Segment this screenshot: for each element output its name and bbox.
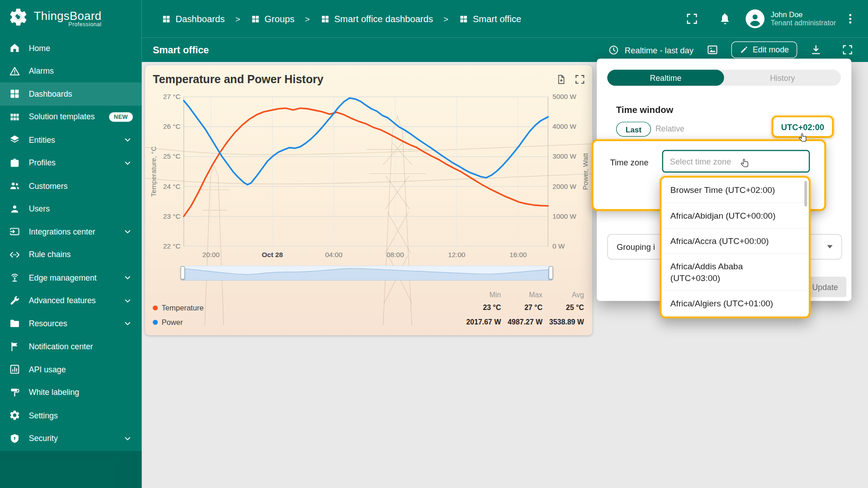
app-logo[interactable]: ThingsBoard Professional bbox=[0, 0, 142, 37]
slider-handle-left[interactable] bbox=[180, 266, 185, 279]
power-line bbox=[184, 98, 548, 185]
power-color-dot bbox=[153, 320, 158, 325]
axis-tick-label: 08:00 bbox=[376, 251, 415, 259]
chevron-down-icon bbox=[123, 158, 133, 168]
sidebar-item-edge-management[interactable]: Edge management bbox=[0, 266, 142, 289]
time-window-heading: Time window bbox=[616, 104, 673, 115]
dropdown-arrow-icon bbox=[827, 245, 832, 248]
timezone-option-addis-ababa[interactable]: Africa/Addis Ababa (UTC+03:00) bbox=[661, 254, 809, 291]
sidebar-item-dashboards[interactable]: Dashboards bbox=[0, 82, 142, 105]
sidebar-item-api-usage[interactable]: API usage bbox=[0, 358, 142, 381]
sidebar: ThingsBoard Professional Home Alarms Das… bbox=[0, 0, 142, 488]
timezone-search-input[interactable] bbox=[662, 150, 810, 173]
axis-tick-label: 23 °C bbox=[155, 212, 180, 220]
entities-icon bbox=[9, 134, 21, 146]
breadcrumb-groups[interactable]: Groups bbox=[250, 14, 294, 24]
temperature-line bbox=[184, 108, 548, 216]
axis-tick-label: 16:00 bbox=[499, 251, 538, 259]
timezone-button[interactable]: UTC+02:00 bbox=[772, 116, 834, 138]
chevron-down-icon bbox=[123, 226, 133, 237]
sidebar-item-entities[interactable]: Entities bbox=[0, 128, 142, 151]
resources-icon bbox=[9, 318, 21, 329]
sidebar-item-rule-chains[interactable]: Rule chains bbox=[0, 243, 142, 266]
timezone-option-browser-time[interactable]: Browser Time (UTC+02:00) bbox=[661, 178, 809, 203]
timezone-option-abidjan[interactable]: Africa/Abidjan (UTC+00:00) bbox=[661, 203, 809, 228]
power-min: 2017.67 W bbox=[457, 318, 501, 326]
user-name: John Doe bbox=[771, 10, 836, 19]
relative-toggle[interactable]: Relative bbox=[656, 125, 684, 134]
sidebar-item-profiles[interactable]: Profiles bbox=[0, 151, 142, 174]
download-icon[interactable] bbox=[810, 44, 822, 56]
kebab-menu-icon[interactable] bbox=[844, 12, 857, 25]
temperature-color-dot bbox=[153, 305, 158, 310]
dashboards-icon bbox=[250, 14, 260, 23]
axis-tick-label: 1000 W bbox=[552, 212, 581, 220]
users-icon bbox=[9, 203, 21, 215]
sidebar-item-solution-templates[interactable]: Solution templates NEW bbox=[0, 105, 142, 128]
rule-chains-icon bbox=[9, 249, 21, 261]
slider-preview-area bbox=[182, 268, 552, 281]
chevron-down-icon bbox=[123, 433, 133, 443]
axis-tick-label: 26 °C bbox=[155, 123, 180, 131]
line-chart-plot bbox=[184, 97, 548, 246]
expand-widget-icon[interactable] bbox=[574, 74, 586, 85]
edit-mode-button[interactable]: Edit mode bbox=[731, 42, 797, 58]
legend-item-power[interactable]: Power bbox=[153, 318, 183, 326]
sidebar-item-advanced-features[interactable]: Advanced features bbox=[0, 289, 142, 312]
slider-handle-right[interactable] bbox=[548, 266, 553, 279]
timezone-option-algiers[interactable]: Africa/Algiers (UTC+01:00) bbox=[661, 291, 809, 316]
sidebar-item-home[interactable]: Home bbox=[0, 37, 142, 60]
fullscreen-icon[interactable] bbox=[685, 12, 698, 25]
sidebar-item-security[interactable]: Security bbox=[0, 427, 142, 450]
breadcrumb-smart-office-dashboards[interactable]: Smart office dashboards bbox=[321, 14, 433, 24]
new-badge: NEW bbox=[109, 112, 133, 122]
sidebar-item-customers[interactable]: Customers bbox=[0, 174, 142, 197]
customers-icon bbox=[9, 180, 21, 192]
user-avatar[interactable] bbox=[746, 9, 765, 28]
legend-item-temperature[interactable]: Temperature bbox=[153, 304, 203, 312]
timezone-field-label: Time zone bbox=[610, 158, 648, 167]
chevron-down-icon bbox=[123, 272, 133, 283]
chevron-down-icon bbox=[123, 318, 133, 328]
brand-subtitle: Professional bbox=[68, 21, 101, 27]
sidebar-item-alarms[interactable]: Alarms bbox=[0, 60, 142, 83]
settings-icon bbox=[9, 409, 21, 421]
sidebar-item-white-labeling[interactable]: White labeling bbox=[0, 381, 142, 404]
legend-header-min: Min bbox=[457, 291, 501, 299]
temperature-min: 23 °C bbox=[457, 303, 501, 311]
temperature-power-widget: Temperature and Power History Temperatur… bbox=[145, 65, 592, 335]
image-gallery-icon[interactable] bbox=[706, 44, 718, 56]
dashboards-icon bbox=[162, 14, 171, 23]
timewindow-button[interactable]: Realtime - last day bbox=[608, 44, 693, 56]
y-axis-right-title: Power, Watt bbox=[582, 133, 590, 210]
timewindow-tabs: Realtime History bbox=[607, 70, 841, 86]
axis-tick-label: 27 °C bbox=[155, 93, 180, 101]
time-range-slider[interactable] bbox=[182, 266, 552, 280]
axis-tick-label: 25 °C bbox=[155, 153, 180, 160]
breadcrumb-smart-office[interactable]: Smart office bbox=[459, 14, 521, 24]
last-toggle[interactable]: Last bbox=[616, 122, 651, 136]
sidebar-item-users[interactable]: Users bbox=[0, 197, 142, 221]
chevron-down-icon bbox=[123, 135, 133, 145]
sidebar-item-settings[interactable]: Settings bbox=[0, 404, 142, 427]
axis-tick-label: 4000 W bbox=[552, 123, 581, 131]
power-avg: 3538.89 W bbox=[540, 318, 584, 326]
dropdown-scrollbar[interactable] bbox=[804, 181, 807, 206]
axis-tick-label: 2000 W bbox=[552, 183, 581, 190]
axis-tick-label: 3000 W bbox=[552, 153, 581, 160]
tab-history[interactable]: History bbox=[724, 70, 841, 86]
axis-tick-label: 0 W bbox=[552, 242, 581, 250]
sidebar-item-notification-center[interactable]: Notification center bbox=[0, 335, 142, 358]
notifications-bell-icon[interactable] bbox=[719, 12, 732, 25]
breadcrumb-dashboards[interactable]: Dashboards bbox=[162, 14, 225, 24]
user-role: Tenant administrator bbox=[771, 19, 836, 27]
app-viewport: ThingsBoard Professional Home Alarms Das… bbox=[0, 0, 868, 488]
tab-realtime[interactable]: Realtime bbox=[607, 70, 724, 86]
export-widget-icon[interactable] bbox=[555, 74, 567, 85]
clock-icon bbox=[608, 44, 620, 56]
timezone-option-accra[interactable]: Africa/Accra (UTC+00:00) bbox=[661, 229, 809, 254]
sidebar-item-resources[interactable]: Resources bbox=[0, 312, 142, 335]
axis-tick-label: Oct 28 bbox=[253, 251, 292, 259]
expand-dashboard-icon[interactable] bbox=[841, 44, 854, 56]
sidebar-item-integrations-center[interactable]: Integrations center bbox=[0, 220, 142, 243]
